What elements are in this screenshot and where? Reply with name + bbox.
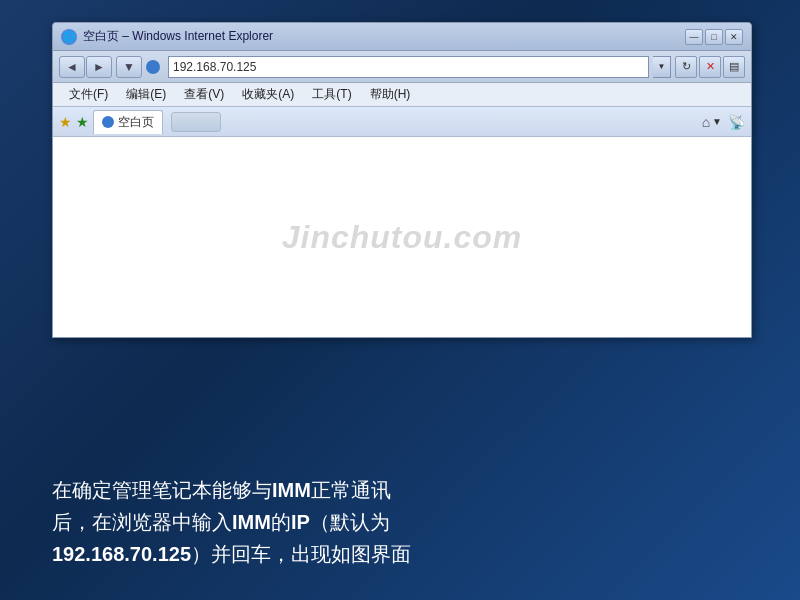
fav-bar: ★ ★ 空白页 ⌂ ▼ 📡	[53, 107, 751, 137]
nav-buttons: ◄ ►	[59, 56, 112, 78]
browser-title: 空白页 – Windows Internet Explorer	[83, 28, 273, 45]
address-input-wrap[interactable]: 192.168.70.125	[168, 56, 649, 78]
menu-edit[interactable]: 编辑(E)	[118, 84, 174, 105]
title-bar: 🌐 空白页 – Windows Internet Explorer — □ ✕	[53, 23, 751, 51]
browser-window: 🌐 空白页 – Windows Internet Explorer — □ ✕ …	[52, 22, 752, 338]
new-tab-button[interactable]	[171, 112, 221, 132]
rss-icon: 📡	[728, 114, 745, 130]
stop-button[interactable]: ✕	[699, 56, 721, 78]
address-ie-icon	[146, 60, 160, 74]
watermark: Jinchutou.com	[282, 219, 523, 256]
maximize-button[interactable]: □	[705, 29, 723, 45]
back-button[interactable]: ◄	[59, 56, 85, 78]
home-button[interactable]: ⌂ ▼ 📡	[702, 114, 745, 130]
menu-tools[interactable]: 工具(T)	[304, 84, 359, 105]
menu-favorites[interactable]: 收藏夹(A)	[234, 84, 302, 105]
home-dropdown-icon: ▼	[712, 116, 722, 127]
bottom-text-line2: 后，在浏览器中输入IMM的IP（默认为	[52, 506, 748, 538]
browser-content: Jinchutou.com	[53, 137, 751, 337]
minimize-button[interactable]: —	[685, 29, 703, 45]
more-button[interactable]: ▤	[723, 56, 745, 78]
menu-view[interactable]: 查看(V)	[176, 84, 232, 105]
refresh-button[interactable]: ↻	[675, 56, 697, 78]
address-dropdown[interactable]: ▼	[653, 56, 671, 78]
menu-bar: 文件(F) 编辑(E) 查看(V) 收藏夹(A) 工具(T) 帮助(H)	[53, 83, 751, 107]
bottom-text-line3: 192.168.70.125）并回车，出现如图界面	[52, 538, 748, 570]
tab-label: 空白页	[118, 114, 154, 131]
menu-help[interactable]: 帮助(H)	[362, 84, 419, 105]
bottom-text-section: 在确定管理笔记本能够与IMM正常通讯 后，在浏览器中输入IMM的IP（默认为 1…	[52, 474, 748, 570]
add-favorites-icon: ★	[76, 114, 89, 130]
window-controls: — □ ✕	[685, 29, 743, 45]
toolbar-right-buttons: ↻ ✕ ▤	[675, 56, 745, 78]
ie-title-icon: 🌐	[61, 29, 77, 45]
bottom-text-line1: 在确定管理笔记本能够与IMM正常通讯	[52, 474, 748, 506]
address-bar-row: ◄ ► ▼ 192.168.70.125 ▼ ↻ ✕ ▤	[53, 51, 751, 83]
active-tab[interactable]: 空白页	[93, 110, 163, 134]
forward-button[interactable]: ►	[86, 56, 112, 78]
home-icon: ⌂	[702, 114, 710, 130]
star-icon: ★	[59, 114, 72, 130]
dropdown-nav-button[interactable]: ▼	[116, 56, 142, 78]
close-button[interactable]: ✕	[725, 29, 743, 45]
tab-ie-icon	[102, 116, 114, 128]
menu-file[interactable]: 文件(F)	[61, 84, 116, 105]
address-text: 192.168.70.125	[173, 60, 644, 74]
